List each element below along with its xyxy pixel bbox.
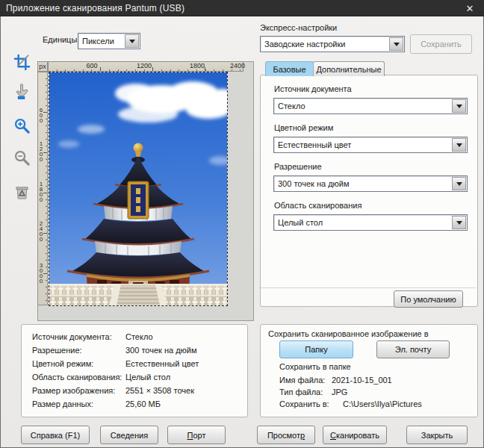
ruler-label: 1800 [190, 62, 205, 69]
info-row: Разрешение: 300 точек на дюйм [32, 346, 241, 356]
scan-area-value: Целый стол [274, 215, 451, 230]
info-row: Размер изображения: 2551 × 3508 точек [32, 386, 241, 396]
save-to-folder-button[interactable]: Папку [279, 340, 353, 358]
resolution-value: 300 точек на дюйм [274, 176, 451, 191]
hand-icon[interactable] [12, 82, 31, 102]
info-row: Цветной режим: Естественный цвет [32, 359, 241, 370]
info-value: Стекло [125, 332, 153, 341]
ruler-label: 2400 [38, 221, 44, 242]
info-value: 300 точек на дюйм [125, 346, 197, 355]
info-row: Источник документа: Стекло [32, 332, 241, 343]
vertical-ruler: 600 1200 1800 2400 3000 [37, 72, 48, 305]
info-row: Размер данных: 25,60 МБ [32, 399, 241, 410]
save-subtitle: Сохранить в папке [279, 362, 351, 371]
ruler-unit: px [37, 61, 48, 72]
chevron-down-icon[interactable] [125, 34, 139, 48]
settings-separator [261, 287, 476, 288]
resolution-label: Разрешение [274, 162, 322, 171]
info-label: Разрешение: [32, 346, 82, 355]
file-name-label: Имя файла: [279, 376, 325, 385]
chevron-down-icon[interactable] [389, 37, 403, 51]
save-settings-button[interactable]: Сохранить [410, 34, 472, 54]
chevron-down-icon[interactable] [452, 138, 466, 152]
save-row: Тип файла: JPG [279, 388, 471, 398]
scan-area-label: Область сканирования [274, 201, 362, 210]
zoom-out-icon[interactable] [12, 148, 31, 167]
color-mode-value: Естественный цвет [274, 137, 451, 152]
ruler-label: 600 [38, 108, 44, 123]
ruler-label: 1800 [38, 181, 44, 202]
save-to-email-button[interactable]: Эл. почту [376, 340, 450, 358]
units-value: Пиксели [78, 34, 124, 49]
close-icon[interactable]: ✕ [460, 0, 480, 16]
horizontal-ruler: 600 1200 1800 2400 [48, 61, 243, 72]
file-type-label: Тип файла: [279, 388, 323, 396]
chevron-down-icon[interactable] [452, 216, 466, 229]
help-button[interactable]: Справка (F1) [21, 426, 90, 444]
trash-icon[interactable] [12, 181, 31, 201]
source-combo[interactable]: Стекло [273, 98, 468, 114]
ruler-label: 3000 [38, 263, 44, 284]
ruler-label: 2400 [230, 62, 245, 69]
info-value: Естественный цвет [125, 359, 199, 368]
save-path-value: C:\Users\Ilya\Pictures [343, 399, 422, 408]
tab-advanced[interactable]: Дополнительные [313, 61, 385, 76]
express-combo[interactable]: Заводские настройки [260, 36, 405, 52]
tab-basic[interactable]: Базовые [265, 61, 314, 76]
ruler-label: 1200 [137, 62, 152, 69]
title-bar[interactable]: Приложение сканирования Pantum (USB) [0, 0, 484, 16]
scan-app-window: Приложение сканирования Pantum (USB) ✕ Е… [0, 0, 484, 448]
ruler-label: 1200 [38, 141, 44, 162]
info-label: Область сканирования: [32, 373, 122, 382]
port-button[interactable]: Порт [167, 426, 226, 444]
express-label: Экспресс-настройки [260, 23, 337, 32]
scan-preview-image[interactable] [49, 72, 227, 305]
units-label: Единицы [43, 35, 77, 44]
scan-button[interactable]: Сканировать [323, 426, 387, 444]
details-button[interactable]: Сведения [100, 426, 158, 444]
info-row: Область сканирования: Целый стол [32, 373, 241, 383]
source-value: Стекло [274, 99, 451, 113]
zoom-in-icon[interactable] [12, 116, 31, 135]
info-panel: Источник документа: Стекло Разрешение: 3… [21, 324, 248, 417]
info-label: Размер данных: [32, 399, 93, 408]
save-panel-title: Сохранить сканированное изображение в [268, 329, 429, 338]
scan-area-combo[interactable]: Целый стол [273, 214, 468, 231]
info-label: Источник документа: [32, 332, 112, 341]
ruler-label: 600 [86, 62, 97, 69]
info-label: Размер изображения: [32, 386, 115, 395]
express-value: Заводские настройки [261, 37, 388, 52]
chevron-down-icon[interactable] [452, 99, 466, 113]
source-label: Источник документа [274, 84, 352, 93]
file-name-value: 2021-10-15_001 [332, 376, 392, 385]
info-value: Целый стол [125, 373, 170, 382]
file-type-value: JPG [332, 388, 347, 396]
default-button[interactable]: По умолчанию [394, 290, 463, 308]
info-label: Цветной режим: [32, 359, 93, 368]
info-value: 25,60 МБ [125, 399, 161, 408]
save-panel: Сохранить сканированное изображение в Па… [260, 324, 478, 417]
info-value: 2551 × 3508 точек [125, 386, 194, 395]
save-path-label: Сохранить в: [279, 399, 329, 408]
color-mode-label: Цветной режим [274, 123, 333, 132]
save-row: Имя файла: 2021-10-15_001 [279, 376, 471, 386]
window-title: Приложение сканирования Pantum (USB) [0, 3, 184, 13]
crop-icon[interactable] [12, 52, 31, 72]
save-row: Сохранить в: C:\Users\Ilya\Pictures [279, 399, 471, 410]
resolution-combo[interactable]: 300 точек на дюйм [273, 175, 468, 192]
preview-button[interactable]: Просмотр [257, 426, 315, 444]
close-button[interactable]: Закрыть [406, 426, 468, 444]
units-combo[interactable]: Пиксели [78, 33, 140, 49]
chevron-down-icon[interactable] [452, 177, 466, 190]
color-mode-combo[interactable]: Естественный цвет [273, 137, 468, 153]
